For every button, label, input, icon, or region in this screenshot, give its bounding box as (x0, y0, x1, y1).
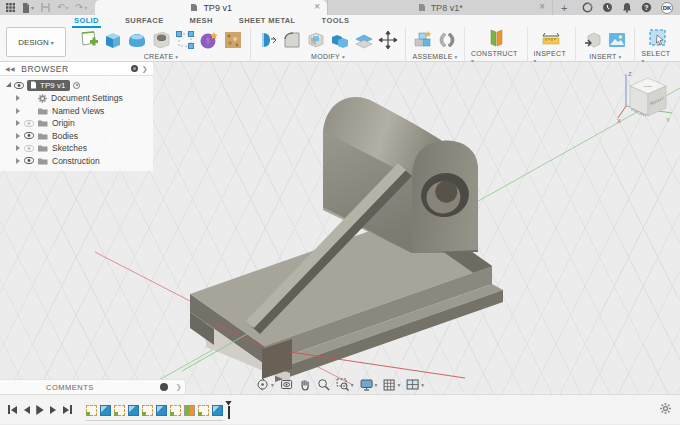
select-button[interactable] (647, 27, 669, 49)
job-status-icon[interactable] (582, 2, 593, 13)
timeline-feature-extrude[interactable] (156, 405, 167, 416)
create-sketch-button[interactable] (78, 29, 100, 51)
revolve-button[interactable] (126, 29, 148, 51)
expand-triangle-icon[interactable] (16, 95, 20, 101)
timeline-settings-gear-icon[interactable] (659, 401, 672, 419)
timeline-feature-construct[interactable] (184, 405, 195, 416)
new-component-button[interactable] (412, 29, 434, 51)
eye-visibility-icon[interactable] (24, 157, 34, 164)
browser-item-document-settings[interactable]: Document Settings (0, 92, 153, 105)
look-at-tool[interactable] (280, 378, 293, 391)
move-button[interactable] (377, 29, 399, 51)
measure-button[interactable] (540, 27, 562, 49)
browser-item-origin[interactable]: Origin (0, 117, 153, 130)
tab-surface[interactable]: SURFACE (123, 16, 166, 28)
document-tab-active[interactable]: TP9 v1 × (95, 0, 327, 15)
view-cube-body[interactable]: TOP FRONT RIGHT (630, 78, 666, 119)
user-avatar[interactable]: DK (661, 2, 673, 14)
timeline-feature-extrude[interactable] (212, 405, 223, 416)
comments-expand-handle[interactable]: ❯ (176, 383, 182, 391)
browser-display-settings-icon[interactable] (131, 65, 138, 72)
create-pattern-texture-button[interactable] (222, 29, 244, 51)
tab-solid[interactable]: SOLID (72, 16, 101, 28)
step-back-button[interactable] (24, 406, 30, 414)
view-cube[interactable]: Z X Y TOP FRONT RIGHT (616, 66, 674, 128)
group-label-assemble[interactable]: ASSEMBLE (412, 53, 457, 60)
new-tab-button[interactable]: + (553, 0, 575, 15)
group-label-modify[interactable]: MODIFY (311, 53, 345, 60)
skip-to-start-button[interactable] (8, 405, 17, 414)
viewports-tool[interactable]: ▾ (406, 379, 424, 390)
insert-derive-button[interactable] (582, 29, 604, 51)
recent-activity-clock-icon[interactable] (602, 2, 613, 13)
expand-triangle-icon[interactable] (6, 82, 11, 87)
zoom-tool[interactable] (317, 378, 330, 391)
offset-face-button[interactable] (353, 29, 375, 51)
browser-item-construction[interactable]: Construction (0, 155, 153, 168)
timeline-feature-extrude[interactable] (128, 405, 139, 416)
browser-collapse-icon[interactable]: ◀◀ (5, 65, 15, 72)
root-component-pill[interactable]: TP9 v1 (27, 80, 70, 91)
group-label-create[interactable]: CREATE (144, 53, 179, 60)
insert-canvas-button[interactable] (606, 29, 628, 51)
redo-icon[interactable]: ↷▾ (76, 3, 88, 12)
fit-view-tool[interactable]: ▾ (336, 378, 354, 391)
undo-icon[interactable]: ↶▾ (57, 3, 69, 12)
group-label-insert[interactable]: INSERT (589, 53, 621, 60)
browser-item-named-views[interactable]: Named Views (0, 105, 153, 118)
file-menu-icon[interactable]: ▾ (22, 3, 34, 13)
joint-button[interactable] (436, 29, 458, 51)
construct-plane-button[interactable] (485, 27, 507, 49)
browser-root-row[interactable]: TP9 v1 (0, 78, 153, 92)
expand-triangle-icon[interactable] (16, 133, 20, 139)
eye-visibility-icon[interactable] (24, 120, 34, 127)
comments-panel[interactable]: COMMENTS ❯ (0, 379, 186, 394)
combine-button[interactable] (329, 29, 351, 51)
3d-model-bracket[interactable] (182, 97, 503, 382)
pan-tool[interactable] (299, 378, 311, 391)
press-pull-button[interactable] (257, 29, 279, 51)
box-primitive-button[interactable] (174, 29, 196, 51)
timeline-feature-sketch[interactable] (142, 405, 153, 416)
design-workspace-dropdown[interactable]: DESIGN (6, 27, 66, 57)
extrude-button[interactable] (102, 29, 124, 51)
eye-visibility-icon[interactable] (24, 132, 34, 139)
grid-layout-tool[interactable]: ▾ (383, 379, 400, 391)
expand-triangle-icon[interactable] (16, 145, 20, 151)
browser-resize-handle[interactable]: ❯ (142, 65, 148, 73)
timeline-feature-sketch[interactable] (114, 405, 125, 416)
browser-item-sketches[interactable]: Sketches (0, 142, 153, 155)
tab-mesh[interactable]: MESH (188, 16, 215, 28)
timeline-position-marker[interactable] (225, 401, 232, 419)
viewport-3d[interactable]: ◀◀ BROWSER ❯ TP9 v1 Document Settings (0, 62, 680, 394)
timeline-feature-sketch[interactable] (86, 405, 97, 416)
browser-item-bodies[interactable]: Bodies (0, 130, 153, 143)
save-icon[interactable] (41, 3, 50, 12)
timeline-feature-sketch[interactable] (198, 405, 209, 416)
expand-triangle-icon[interactable] (16, 158, 20, 164)
help-icon[interactable]: ? (641, 2, 652, 13)
tab-tools[interactable]: TOOLS (320, 16, 352, 28)
app-launcher-icon[interactable] (6, 3, 15, 12)
display-settings-tool[interactable]: ▾ (360, 379, 378, 391)
tab-sheet-metal[interactable]: SHEET METAL (237, 16, 298, 28)
hole-button[interactable] (150, 29, 172, 51)
play-button[interactable] (37, 406, 43, 414)
fillet-button[interactable] (281, 29, 303, 51)
expand-triangle-icon[interactable] (16, 108, 20, 114)
notifications-bell-icon[interactable] (622, 2, 632, 13)
tab-close-icon[interactable]: × (539, 1, 545, 12)
skip-to-end-button[interactable] (63, 405, 72, 414)
shell-button[interactable] (305, 29, 327, 51)
timeline-feature-extrude[interactable] (100, 405, 111, 416)
activate-component-radio[interactable] (73, 82, 80, 89)
eye-visibility-icon[interactable] (14, 82, 24, 89)
orbit-tool[interactable]: ▾ (256, 378, 274, 391)
eye-visibility-icon[interactable] (24, 145, 34, 152)
comments-count-icon[interactable] (160, 383, 168, 391)
create-form-button[interactable] (198, 29, 220, 51)
document-tab-inactive[interactable]: TP8 v1* × (327, 0, 553, 15)
tab-close-icon[interactable]: × (314, 1, 320, 12)
expand-triangle-icon[interactable] (16, 120, 20, 126)
timeline-feature-sketch[interactable] (170, 405, 181, 416)
